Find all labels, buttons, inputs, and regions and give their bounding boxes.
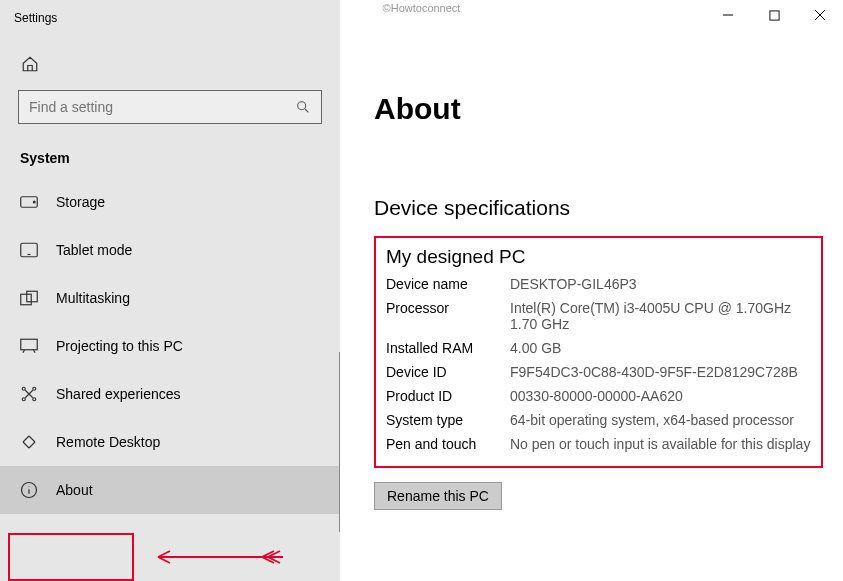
- spec-row-processor: Processor Intel(R) Core(TM) i3-4005U CPU…: [386, 296, 811, 336]
- about-icon: [20, 481, 38, 499]
- projecting-icon: [20, 337, 38, 355]
- sidebar: Settings System: [0, 0, 340, 581]
- sidebar-item-shared-experiences[interactable]: Shared experiences: [0, 370, 340, 418]
- svg-point-7: [22, 387, 25, 390]
- search-input[interactable]: [29, 99, 295, 115]
- svg-rect-5: [27, 291, 38, 302]
- spec-label: Device name: [386, 276, 510, 292]
- maximize-icon: [769, 10, 780, 21]
- sidebar-item-label: About: [56, 482, 93, 498]
- settings-window: Settings System: [0, 0, 843, 581]
- pc-display-name: My designed PC: [386, 246, 811, 268]
- main-content: About Device specifications My designed …: [340, 0, 843, 581]
- category-label: System: [0, 142, 340, 178]
- close-button[interactable]: [797, 0, 843, 30]
- svg-point-0: [298, 102, 306, 110]
- sidebar-item-label: Remote Desktop: [56, 434, 160, 450]
- page-title: About: [374, 92, 823, 126]
- search-icon: [295, 99, 311, 115]
- spec-label: Processor: [386, 300, 510, 332]
- sidebar-item-storage[interactable]: Storage: [0, 178, 340, 226]
- minimize-button[interactable]: [705, 0, 751, 30]
- sidebar-item-remote-desktop[interactable]: Remote Desktop: [0, 418, 340, 466]
- spec-value: DESKTOP-GIL46P3: [510, 276, 811, 292]
- spec-row-ram: Installed RAM 4.00 GB: [386, 336, 811, 360]
- spec-label: Installed RAM: [386, 340, 510, 356]
- annotation-arrow: [148, 547, 288, 567]
- sidebar-item-label: Projecting to this PC: [56, 338, 183, 354]
- sidebar-item-about[interactable]: About: [0, 466, 340, 514]
- svg-point-9: [22, 398, 25, 401]
- spec-row-product-id: Product ID 00330-80000-00000-AA620: [386, 384, 811, 408]
- sidebar-item-label: Storage: [56, 194, 105, 210]
- shared-icon: [20, 385, 38, 403]
- storage-icon: [20, 193, 38, 211]
- spec-value: F9F54DC3-0C88-430D-9F5F-E2D8129C728B: [510, 364, 811, 380]
- search-input-container[interactable]: [18, 90, 322, 124]
- rename-pc-button[interactable]: Rename this PC: [374, 482, 502, 510]
- spec-label: Device ID: [386, 364, 510, 380]
- sidebar-item-label: Shared experiences: [56, 386, 181, 402]
- close-icon: [814, 9, 826, 21]
- sidebar-item-label: Tablet mode: [56, 242, 132, 258]
- window-controls: [705, 0, 843, 30]
- spec-row-system-type: System type 64-bit operating system, x64…: [386, 408, 811, 432]
- sidebar-item-label: Multitasking: [56, 290, 130, 306]
- home-button[interactable]: [18, 52, 42, 76]
- tablet-icon: [20, 241, 38, 259]
- nav-list: Storage Tablet mode Multitasking: [0, 178, 340, 581]
- section-heading: Device specifications: [374, 196, 823, 220]
- sidebar-item-projecting[interactable]: Projecting to this PC: [0, 322, 340, 370]
- svg-rect-4: [21, 294, 32, 305]
- window-title: Settings: [0, 0, 340, 36]
- spec-value: 4.00 GB: [510, 340, 811, 356]
- spec-value: No pen or touch input is available for t…: [510, 436, 811, 452]
- spec-label: System type: [386, 412, 510, 428]
- spec-label: Pen and touch: [386, 436, 510, 452]
- spec-row-device-name: Device name DESKTOP-GIL46P3: [386, 272, 811, 296]
- home-icon: [21, 55, 39, 73]
- maximize-button[interactable]: [751, 0, 797, 30]
- annotation-highlight-box: [8, 533, 134, 581]
- svg-point-8: [33, 387, 36, 390]
- spec-row-pen-touch: Pen and touch No pen or touch input is a…: [386, 432, 811, 456]
- svg-rect-13: [769, 10, 778, 19]
- svg-rect-6: [21, 339, 38, 350]
- spec-value: Intel(R) Core(TM) i3-4005U CPU @ 1.70GHz…: [510, 300, 811, 332]
- sidebar-item-multitasking[interactable]: Multitasking: [0, 274, 340, 322]
- spec-value: 00330-80000-00000-AA620: [510, 388, 811, 404]
- device-spec-box: My designed PC Device name DESKTOP-GIL46…: [374, 236, 823, 468]
- svg-point-2: [33, 201, 35, 203]
- watermark-text: ©Howtoconnect: [383, 2, 461, 14]
- svg-point-10: [33, 398, 36, 401]
- spec-label: Product ID: [386, 388, 510, 404]
- spec-value: 64-bit operating system, x64-based proce…: [510, 412, 811, 428]
- sidebar-item-tablet-mode[interactable]: Tablet mode: [0, 226, 340, 274]
- minimize-icon: [722, 9, 734, 21]
- multitasking-icon: [20, 289, 38, 307]
- remote-desktop-icon: [20, 433, 38, 451]
- spec-row-device-id: Device ID F9F54DC3-0C88-430D-9F5F-E2D812…: [386, 360, 811, 384]
